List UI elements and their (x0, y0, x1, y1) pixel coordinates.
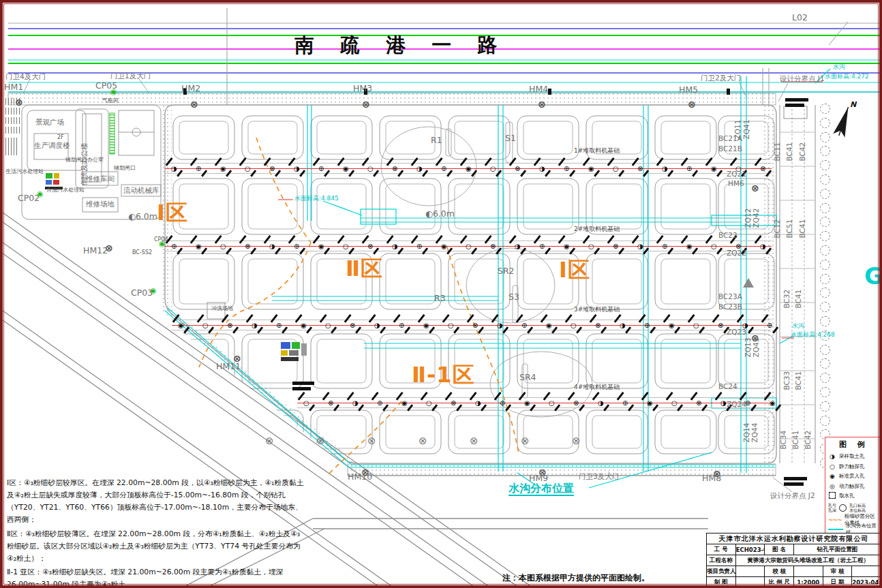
benchmark-triangle-icon (743, 278, 754, 288)
check-value (793, 566, 823, 577)
legend-entry-sampling: ◑ 采样取土孔 (828, 452, 880, 462)
leader-label: 项目负责人 (707, 566, 736, 577)
project-no-value: ECH023-0901-1 (735, 544, 765, 555)
wave-line-icon: ~~~ (828, 516, 842, 523)
note-zone-2: Ⅱ区：④₃粉细砂层较薄区。在埋深 22.00m~28.00m 段，分布④₁粉质黏… (7, 528, 304, 565)
review-label: 审 核 (823, 566, 852, 577)
drawing-sheet: ◑⊕◉○⊗◑⊕◉○⊗◑⊕◉○⊗◑⊕◉○⊗◑⊕◉○⊗⊕◉○⊗◑⊕◉○⊗◑⊕◉○⊗◑… (0, 0, 882, 588)
pump-station-equipment (281, 342, 307, 361)
draft-label: 制 图 (707, 577, 736, 588)
company-name: 天津市北洋水运水利勘察设计研究院有限公司 (707, 533, 881, 544)
drawing-name-label: 图 名 (765, 544, 794, 555)
legend-entry-cpt: ○ 静力触探孔 (828, 462, 880, 472)
legend-entry-spt: ◉ 标准贯入孔 (828, 471, 880, 482)
drawing-name-value: 钻孔平面位置图 (793, 544, 881, 555)
cyan-line-icon (828, 529, 843, 530)
zone-notes: Ⅰ区：④₃粉细砂层较厚区。在埋深 22.00m~28.00m 段，以④₃粉细砂层… (7, 477, 304, 588)
buildings (22, 105, 225, 319)
project-no-label: 工 号 (707, 544, 736, 555)
leader-value (735, 566, 765, 577)
north-arrow-icon (833, 105, 854, 137)
note-zone-2-1: Ⅱ-1 亚区：④₃粉细砂层缺失区。埋深 21.00m~26.00m 段主要为④₁… (7, 566, 304, 588)
scale-label: 比 例 尺 (765, 577, 794, 588)
open-circle-icon: ○ (828, 463, 836, 470)
circle-triangle-icon: ◎ (828, 483, 836, 490)
review-value (852, 566, 881, 577)
road-lines (8, 8, 879, 105)
dashed-square-icon (828, 492, 836, 500)
legend-entry-dpt: ◎ 动力触探孔 (828, 482, 880, 492)
half-filled-circle-icon: ◑ (828, 453, 836, 460)
project-name-value: 黄骅港大宗散货码头堆场改造工程（岩土工程） (735, 555, 881, 566)
scale-value: 1:2000 (793, 577, 823, 588)
title-block: 天津市北洋水运水利勘察设计研究院有限公司 工 号 ECH023-0901-1 图… (706, 533, 881, 588)
legend-title: 图 例 (828, 439, 880, 450)
legend-box: 图 例 ◑ 采样取土孔 ○ 静力触探孔 ◉ 标准贯入孔 ◎ 动力触探孔 取水孔 … (825, 437, 882, 541)
date-label: 日 期 (823, 577, 852, 588)
treatment-station-equipment (4, 98, 63, 189)
hole-info-circle-icon (839, 504, 847, 512)
date-value: 2023-04-05 (852, 577, 881, 588)
note-zone-1: Ⅰ区：④₃粉细砂层较厚区。在埋深 22.00m~28.00m 段，以④₃粉细砂层… (7, 477, 304, 527)
filled-circle-icon: ◉ (828, 473, 836, 480)
draft-value (735, 577, 765, 588)
project-name-label: 工程名称 (707, 555, 736, 566)
legend-entry-well: 取水孔 (828, 491, 880, 501)
right-strip (780, 105, 815, 463)
check-label: 校 核 (765, 566, 794, 577)
structure-arcs (381, 122, 592, 417)
